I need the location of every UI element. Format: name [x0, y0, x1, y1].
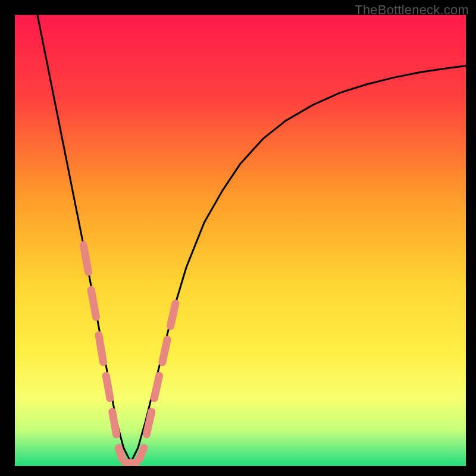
marker-dash: [139, 448, 144, 459]
marker-dash: [91, 290, 96, 317]
marker-dash: [106, 375, 110, 398]
marker-dash: [83, 245, 88, 272]
marker-dash: [112, 412, 117, 434]
marker-dash: [99, 335, 104, 362]
chart-frame: TheBottleneck.com: [0, 0, 476, 476]
marker-dash: [146, 412, 151, 434]
marker-dash: [118, 448, 122, 459]
chart-plot: [15, 15, 466, 466]
chart-svg: [15, 15, 466, 466]
marker-dash: [162, 340, 167, 362]
marker-dash: [171, 303, 176, 326]
marker-dash: [154, 375, 159, 398]
